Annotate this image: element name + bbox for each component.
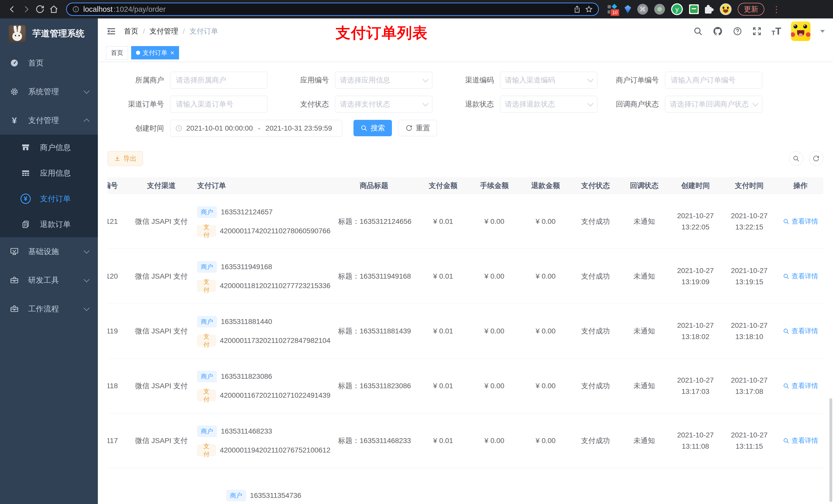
cell-refund: ¥ 0.00 bbox=[520, 304, 571, 358]
merchant-order-no-input[interactable] bbox=[665, 72, 762, 89]
filter-label: 渠道编码 bbox=[437, 75, 494, 85]
view-detail-link[interactable]: 查看详情 bbox=[783, 381, 818, 390]
page-scrollbar[interactable] bbox=[829, 398, 832, 502]
bookmark-star-icon[interactable] bbox=[585, 5, 593, 13]
tab-home[interactable]: 首页 bbox=[106, 46, 128, 59]
cell-order: 商户 1635311881440 支付 42000011732021102728… bbox=[192, 304, 330, 358]
cell-title: 标题：1635311949168 bbox=[330, 249, 418, 304]
pay-tag: 支付 bbox=[197, 390, 216, 401]
pay-tag: 支付 bbox=[197, 335, 216, 346]
url-bar[interactable]: localhost:1024/pay/order bbox=[66, 3, 599, 16]
grid-icon bbox=[20, 169, 31, 178]
yen-circle-icon: ¥ bbox=[20, 194, 31, 204]
breadcrumb-payment[interactable]: 支付管理 bbox=[149, 26, 178, 36]
breadcrumb-home[interactable]: 首页 bbox=[124, 26, 138, 36]
close-icon[interactable]: × bbox=[170, 49, 174, 56]
filter-label: 退款状态 bbox=[437, 99, 494, 109]
sidebar-item-home[interactable]: 首页 bbox=[0, 49, 98, 77]
col-order: 支付订单 bbox=[192, 177, 330, 194]
browser-reload-icon[interactable] bbox=[34, 4, 46, 15]
extension-command-icon[interactable]: ⌘ bbox=[637, 4, 648, 15]
view-detail-link[interactable]: 查看详情 bbox=[783, 217, 818, 226]
extension-dot-icon[interactable] bbox=[654, 4, 665, 15]
app-no-select[interactable]: 请选择应用信息 bbox=[335, 72, 432, 89]
toggle-search-button[interactable] bbox=[789, 151, 803, 166]
pay-order-no: 4200001181202110277723215336 bbox=[220, 282, 330, 290]
cell-id: 117 bbox=[108, 413, 130, 468]
fullscreen-icon[interactable] bbox=[752, 26, 762, 36]
sidebar-item-label: 应用信息 bbox=[40, 168, 71, 178]
browser-back-icon[interactable] bbox=[7, 4, 18, 15]
browser-forward-icon[interactable] bbox=[21, 4, 32, 15]
sidebar-item-app-info[interactable]: 应用信息 bbox=[0, 160, 98, 186]
channel-code-select[interactable]: 请输入渠道编码 bbox=[500, 72, 597, 89]
sidebar-item-infra[interactable]: 基础设施 bbox=[0, 237, 98, 266]
tab-pay-order[interactable]: 支付订单× bbox=[131, 46, 179, 59]
site-info-icon[interactable] bbox=[72, 5, 80, 13]
reset-button[interactable]: 重置 bbox=[399, 120, 437, 136]
app-logo-row[interactable]: 芋道管理系统 bbox=[0, 19, 98, 49]
search-icon[interactable] bbox=[693, 26, 703, 36]
filter-channel-order-no: 渠道订单号 bbox=[108, 96, 267, 113]
cell-create-time: 2021-10-2713:17:03 bbox=[669, 359, 722, 413]
extension-chat-icon[interactable] bbox=[689, 4, 699, 14]
font-size-icon[interactable]: TT bbox=[771, 26, 781, 36]
browser-home-icon[interactable] bbox=[48, 4, 60, 15]
browser-toolbar: localhost:1024/pay/order 10 ⌘ y 更新 ⋮ bbox=[0, 0, 833, 19]
refresh-button[interactable] bbox=[809, 151, 823, 166]
pay-status-select[interactable]: 请选择支付状态 bbox=[335, 96, 432, 113]
sidebar-item-merchant-info[interactable]: 商户信息 bbox=[0, 135, 98, 160]
cell-create-time: 2021-10-2713:22:05 bbox=[669, 194, 722, 249]
profile-avatar-icon[interactable] bbox=[720, 3, 732, 15]
browser-update-button[interactable]: 更新 bbox=[738, 3, 764, 16]
pay-tag: 支付 bbox=[197, 280, 216, 291]
extension-blocks-icon[interactable]: 10 bbox=[607, 3, 618, 15]
col-id: 编号 bbox=[108, 177, 130, 194]
cell-status: 支付成功 bbox=[571, 359, 620, 413]
table-body: 121 微信 JSAPI 支付 商户 1635312124657 支付 4200… bbox=[108, 194, 823, 504]
github-icon[interactable] bbox=[713, 26, 723, 37]
sidebar-item-payment[interactable]: ¥ 支付管理 bbox=[0, 106, 98, 135]
user-avatar[interactable] bbox=[791, 22, 810, 41]
merchant-order-no: 1635311468233 bbox=[221, 427, 272, 435]
sidebar-item-label: 支付订单 bbox=[40, 194, 71, 204]
notify-status-select[interactable]: 请选择订单回调商户状态 bbox=[665, 96, 762, 113]
merchant-order-no: 1635311881440 bbox=[221, 317, 272, 326]
avatar-caret-icon[interactable] bbox=[820, 30, 825, 33]
merchant-input[interactable] bbox=[170, 72, 267, 89]
date-end[interactable]: 2021-10-31 23:59:59 bbox=[265, 124, 332, 133]
table-row: 119 微信 JSAPI 支付 商户 1635311881440 支付 4200… bbox=[108, 304, 823, 359]
view-detail-link[interactable]: 查看详情 bbox=[783, 436, 818, 445]
date-range-picker[interactable]: 2021-10-01 00:00:00 - 2021-10-31 23:59:5… bbox=[170, 120, 342, 137]
pay-tag: 支付 bbox=[197, 445, 216, 456]
sidebar-item-refund-order[interactable]: 退款订单 bbox=[0, 212, 98, 237]
pay-order-no: 4200001174202110278060590766 bbox=[220, 227, 330, 235]
sidebar-toggle-icon[interactable] bbox=[106, 26, 116, 37]
app-logo bbox=[9, 25, 26, 42]
export-button[interactable]: 导出 bbox=[108, 151, 143, 166]
browser-menu-icon[interactable]: ⋮ bbox=[770, 5, 782, 14]
sidebar-item-pay-order[interactable]: ¥ 支付订单 bbox=[0, 186, 98, 212]
sidebar-item-workflow[interactable]: 工作流程 bbox=[0, 294, 98, 323]
channel-order-no-input[interactable] bbox=[170, 96, 267, 113]
cell-pay-time: 2021-10-2713:22:15 bbox=[722, 194, 776, 249]
extensions-puzzle-icon[interactable] bbox=[705, 5, 714, 14]
extension-y-icon[interactable]: y bbox=[671, 3, 683, 15]
navbar-actions: TT bbox=[693, 22, 825, 41]
help-icon[interactable] bbox=[733, 26, 742, 36]
view-detail-link[interactable]: 查看详情 bbox=[783, 272, 818, 281]
search-button[interactable]: 搜索 bbox=[354, 120, 392, 136]
cell-fee: ¥ 0.00 bbox=[469, 194, 520, 249]
extension-gem-icon[interactable] bbox=[624, 5, 631, 13]
share-icon[interactable] bbox=[573, 5, 581, 13]
cell-title: 标题：1635311881439 bbox=[330, 304, 418, 358]
date-start[interactable]: 2021-10-01 00:00:00 bbox=[186, 124, 253, 133]
refund-status-select[interactable]: 请选择退款状态 bbox=[500, 96, 597, 113]
sidebar-item-label: 退款订单 bbox=[40, 219, 71, 230]
view-detail-link[interactable]: 查看详情 bbox=[783, 327, 818, 335]
sidebar-item-system[interactable]: 系统管理 bbox=[0, 77, 98, 106]
cell-refund: ¥ 0.00 bbox=[520, 249, 571, 304]
dashboard-icon bbox=[9, 58, 20, 68]
sidebar-item-devtools[interactable]: 研发工具 bbox=[0, 266, 98, 294]
toolbox-icon bbox=[9, 275, 20, 285]
